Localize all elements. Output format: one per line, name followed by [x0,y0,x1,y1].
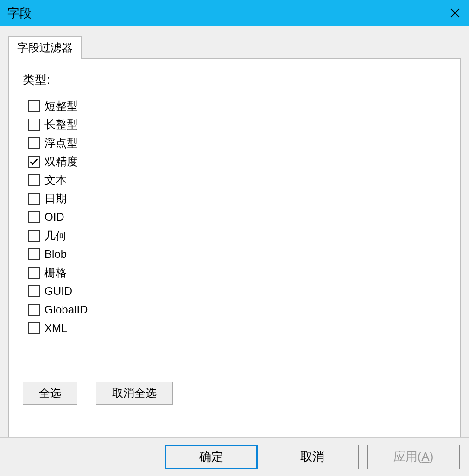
tab-content: 类型: 短整型长整型浮点型双精度文本日期OID几何Blob栅格GUIDGloba… [8,58,461,437]
checkbox[interactable] [28,119,40,131]
select-buttons-row: 全选 取消全选 [23,382,446,405]
checkbox-label: 栅格 [44,265,67,280]
checkbox-label: 几何 [44,228,67,243]
list-item[interactable]: 栅格 [28,263,268,282]
checkbox[interactable] [28,304,40,316]
checkmark-icon [29,157,38,166]
list-item[interactable]: 日期 [28,189,268,208]
list-item[interactable]: 双精度 [28,152,268,171]
checkbox[interactable] [28,156,40,168]
type-label: 类型: [23,72,446,88]
tab-area: 字段过滤器 类型: 短整型长整型浮点型双精度文本日期OID几何Blob栅格GUI… [0,26,469,437]
checkbox[interactable] [28,267,40,279]
checkbox-label: 短整型 [44,99,78,113]
ok-button[interactable]: 确定 [165,445,258,469]
titlebar: 字段 [0,0,469,26]
checkbox-label: 长整型 [44,117,78,132]
checkbox-label: XML [44,322,67,335]
checkbox-label: 双精度 [44,154,78,169]
list-item[interactable]: 短整型 [28,97,268,115]
list-item[interactable]: 几何 [28,226,268,245]
list-item[interactable]: OID [28,208,268,226]
checkbox[interactable] [28,285,40,297]
list-item[interactable]: Blob [28,245,268,263]
checkbox-label: GUID [44,285,72,298]
checkbox[interactable] [28,137,40,149]
apply-button[interactable]: 应用(A) [367,445,460,469]
list-item[interactable]: 长整型 [28,115,268,134]
checkbox[interactable] [28,248,40,260]
tab-field-filter[interactable]: 字段过滤器 [8,36,82,59]
checkbox[interactable] [28,193,40,205]
checkbox-label: GlobalID [44,303,88,316]
checkbox-label: 文本 [44,173,67,188]
list-item[interactable]: 文本 [28,171,268,189]
select-all-button[interactable]: 全选 [23,382,77,405]
checkbox[interactable] [28,174,40,186]
apply-label-suffix: ) [430,450,434,463]
apply-accelerator: A [421,450,429,463]
checkbox[interactable] [28,211,40,223]
checkbox-label: Blob [44,248,67,261]
checkbox-label: OID [44,211,64,224]
dialog-footer: 确定 取消 应用(A) [0,437,469,476]
list-item[interactable]: XML [28,319,268,338]
type-listbox[interactable]: 短整型长整型浮点型双精度文本日期OID几何Blob栅格GUIDGlobalIDX… [23,93,273,370]
close-icon [450,7,461,19]
deselect-all-button[interactable]: 取消全选 [96,382,173,405]
cancel-button[interactable]: 取消 [266,445,359,469]
apply-label-prefix: 应用( [393,450,422,463]
checkbox[interactable] [28,230,40,242]
checkbox[interactable] [28,100,40,112]
close-button[interactable] [441,0,469,26]
checkbox[interactable] [28,322,40,334]
tab-header: 字段过滤器 [8,36,461,59]
window-title: 字段 [7,5,32,21]
checkbox-label: 浮点型 [44,136,78,150]
checkbox-label: 日期 [44,191,67,206]
dialog-body: 字段过滤器 类型: 短整型长整型浮点型双精度文本日期OID几何Blob栅格GUI… [0,26,469,476]
list-item[interactable]: GUID [28,282,268,301]
list-item[interactable]: GlobalID [28,301,268,319]
list-item[interactable]: 浮点型 [28,134,268,152]
